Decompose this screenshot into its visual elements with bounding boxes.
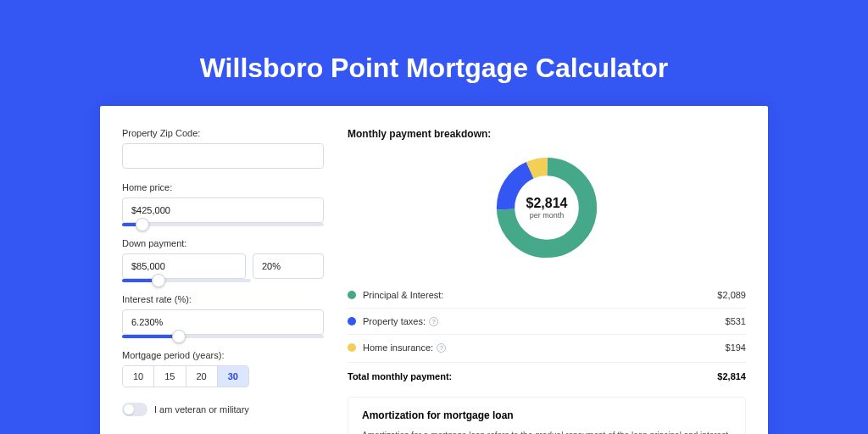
breakdown-panel: Monthly payment breakdown: $2,814 per mo…	[348, 128, 746, 434]
form-panel: Property Zip Code: Home price: Down paym…	[122, 128, 324, 434]
line-label: Principal & Interest:	[363, 290, 717, 300]
amortization-title: Amortization for mortgage loan	[362, 409, 732, 421]
page-title: Willsboro Point Mortgage Calculator	[0, 0, 868, 106]
down-payment-pct-input[interactable]	[253, 253, 324, 279]
down-payment-label: Down payment:	[122, 238, 324, 248]
amortization-card: Amortization for mortgage loan Amortizat…	[348, 397, 746, 434]
donut-chart: $2,814 per month	[492, 153, 601, 262]
line-item-taxes: Property taxes: ? $531	[348, 308, 746, 334]
slider-thumb[interactable]	[152, 274, 165, 287]
donut-center-amount: $2,814	[526, 196, 568, 211]
slider-thumb[interactable]	[172, 330, 186, 343]
amortization-body: Amortization for a mortgage loan refers …	[362, 430, 732, 434]
legend-dot-icon	[348, 317, 356, 326]
veteran-label: I am veteran or military	[154, 404, 249, 415]
line-value: $2,089	[717, 290, 746, 300]
interest-slider[interactable]	[122, 335, 324, 338]
period-option-20[interactable]: 20	[186, 366, 218, 387]
info-icon[interactable]: ?	[429, 317, 438, 326]
period-label: Mortgage period (years):	[122, 350, 324, 360]
interest-label: Interest rate (%):	[122, 294, 324, 304]
line-label: Home insurance: ?	[363, 342, 726, 353]
home-price-slider[interactable]	[122, 223, 324, 226]
down-payment-field: Down payment:	[122, 238, 324, 282]
down-payment-slider[interactable]	[122, 279, 251, 282]
line-value: $194	[726, 342, 746, 353]
period-button-group: 10 15 20 30	[122, 365, 249, 387]
period-option-30[interactable]: 30	[218, 366, 248, 387]
donut-chart-wrap: $2,814 per month	[348, 153, 746, 262]
line-item-principal: Principal & Interest: $2,089	[348, 282, 746, 308]
zip-label: Property Zip Code:	[122, 128, 324, 138]
total-row: Total monthly payment: $2,814	[348, 362, 746, 381]
period-field: Mortgage period (years): 10 15 20 30	[122, 350, 324, 387]
total-value: $2,814	[717, 371, 746, 381]
interest-input[interactable]	[122, 309, 324, 335]
period-option-15[interactable]: 15	[154, 366, 186, 387]
zip-input[interactable]	[122, 143, 324, 169]
legend-dot-icon	[348, 291, 356, 299]
donut-center-sub: per month	[530, 211, 565, 220]
slider-thumb[interactable]	[136, 218, 149, 231]
info-icon[interactable]: ?	[437, 343, 446, 353]
line-item-insurance: Home insurance: ? $194	[348, 334, 746, 360]
veteran-row: I am veteran or military	[122, 403, 324, 416]
total-label: Total monthly payment:	[348, 371, 717, 381]
zip-field: Property Zip Code:	[122, 128, 324, 170]
legend-dot-icon	[348, 343, 356, 352]
veteran-toggle[interactable]	[122, 403, 147, 416]
breakdown-title: Monthly payment breakdown:	[348, 128, 746, 140]
period-option-10[interactable]: 10	[123, 366, 154, 387]
interest-field: Interest rate (%):	[122, 294, 324, 338]
toggle-knob	[124, 404, 134, 415]
down-payment-input[interactable]	[122, 253, 246, 279]
line-value: $531	[726, 316, 746, 326]
home-price-field: Home price:	[122, 182, 324, 226]
home-price-label: Home price:	[122, 182, 324, 192]
line-label: Property taxes: ?	[363, 316, 726, 326]
home-price-input[interactable]	[122, 198, 324, 223]
calculator-card: Property Zip Code: Home price: Down paym…	[100, 106, 768, 434]
